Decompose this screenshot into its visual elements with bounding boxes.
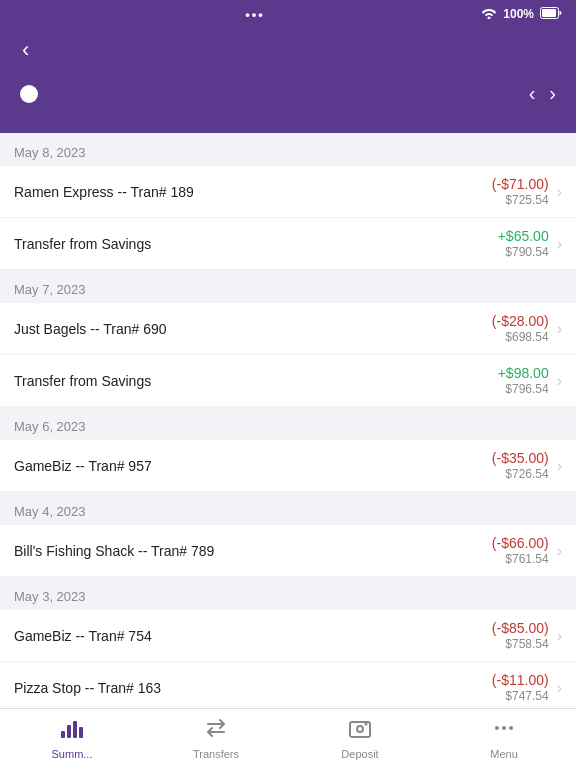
status-bar: ••• 100% [0, 0, 576, 28]
transaction-chevron-icon: › [557, 320, 562, 338]
transfers-icon [204, 717, 228, 745]
transaction-running-balance: $758.54 [505, 637, 548, 651]
transactions-list: May 8, 2023Ramen Express -- Tran# 189(-$… [0, 133, 576, 768]
date-header-4: May 3, 2023 [0, 577, 576, 610]
transaction-row[interactable]: Ramen Express -- Tran# 189(-$71.00)$725.… [0, 166, 576, 218]
date-group-2: May 6, 2023GameBiz -- Tran# 957(-$35.00)… [0, 407, 576, 492]
transaction-right: (-$85.00)$758.54 [492, 620, 549, 651]
menu-icon [492, 717, 516, 745]
account-next-button[interactable]: › [543, 82, 562, 105]
battery-icon [540, 7, 562, 22]
transaction-row[interactable]: Bill's Fishing Shack -- Tran# 789(-$66.0… [0, 525, 576, 577]
transaction-chevron-icon: › [557, 183, 562, 201]
account-header: ‹ › [0, 72, 576, 115]
date-header-0: May 8, 2023 [0, 133, 576, 166]
transaction-running-balance: $726.54 [505, 467, 548, 481]
svg-point-9 [495, 726, 499, 730]
transaction-running-balance: $796.54 [505, 382, 548, 396]
date-header-3: May 4, 2023 [0, 492, 576, 525]
transaction-right: +$65.00$790.54 [498, 228, 549, 259]
tab-label-deposit: Deposit [341, 748, 378, 760]
tab-label-transfers: Transfers [193, 748, 239, 760]
svg-point-7 [357, 726, 363, 732]
transaction-description: Transfer from Savings [14, 373, 498, 389]
transaction-right: (-$35.00)$726.54 [492, 450, 549, 481]
status-bar-left [14, 7, 29, 21]
transaction-description: Transfer from Savings [14, 236, 498, 252]
account-title [14, 85, 38, 103]
transaction-amount: (-$35.00) [492, 450, 549, 466]
transaction-description: GameBiz -- Tran# 754 [14, 628, 492, 644]
date-header-2: May 6, 2023 [0, 407, 576, 440]
svg-rect-1 [542, 9, 556, 17]
transaction-amount: (-$66.00) [492, 535, 549, 551]
summary-icon [60, 717, 84, 745]
date-group-1: May 7, 2023Just Bagels -- Tran# 690(-$28… [0, 270, 576, 407]
transaction-running-balance: $747.54 [505, 689, 548, 703]
transaction-chevron-icon: › [557, 372, 562, 390]
transaction-description: Just Bagels -- Tran# 690 [14, 321, 492, 337]
transaction-amount: +$98.00 [498, 365, 549, 381]
svg-point-11 [509, 726, 513, 730]
transaction-amount: +$65.00 [498, 228, 549, 244]
transaction-amount: (-$71.00) [492, 176, 549, 192]
tab-summary[interactable]: Summ... [0, 709, 144, 768]
deposit-icon [348, 717, 372, 745]
tab-label-summary: Summ... [52, 748, 93, 760]
transaction-running-balance: $790.54 [505, 245, 548, 259]
account-nav: ‹ › [523, 82, 562, 105]
account-badge [20, 85, 38, 103]
svg-rect-3 [67, 725, 71, 738]
date-group-0: May 8, 2023Ramen Express -- Tran# 189(-$… [0, 133, 576, 270]
transaction-right: (-$28.00)$698.54 [492, 313, 549, 344]
transaction-description: Ramen Express -- Tran# 189 [14, 184, 492, 200]
transaction-row[interactable]: Transfer from Savings+$65.00$790.54› [0, 218, 576, 270]
transaction-amount: (-$11.00) [492, 672, 549, 688]
transaction-row[interactable]: GameBiz -- Tran# 754(-$85.00)$758.54› [0, 610, 576, 662]
tab-bar: Summ...TransfersDepositMenu [0, 708, 576, 768]
battery-percent: 100% [503, 7, 534, 21]
transaction-chevron-icon: › [557, 457, 562, 475]
date-header-1: May 7, 2023 [0, 270, 576, 303]
transaction-amount: (-$85.00) [492, 620, 549, 636]
tab-menu[interactable]: Menu [432, 709, 576, 768]
account-prev-button[interactable]: ‹ [523, 82, 542, 105]
svg-rect-5 [79, 727, 83, 738]
transaction-chevron-icon: › [557, 542, 562, 560]
balance-section [0, 115, 576, 133]
transaction-chevron-icon: › [557, 679, 562, 697]
back-button[interactable]: ‹ [14, 37, 37, 63]
nav-bar: ‹ [0, 28, 576, 72]
transaction-row[interactable]: Pizza Stop -- Tran# 163(-$11.00)$747.54› [0, 662, 576, 714]
transaction-right: (-$11.00)$747.54 [492, 672, 549, 703]
transaction-chevron-icon: › [557, 235, 562, 253]
transaction-row[interactable]: Just Bagels -- Tran# 690(-$28.00)$698.54… [0, 303, 576, 355]
transaction-description: Bill's Fishing Shack -- Tran# 789 [14, 543, 492, 559]
svg-point-8 [365, 723, 368, 726]
transaction-description: GameBiz -- Tran# 957 [14, 458, 492, 474]
status-bar-right: 100% [481, 7, 562, 22]
tab-label-menu: Menu [490, 748, 518, 760]
transaction-running-balance: $725.54 [505, 193, 548, 207]
transaction-running-balance: $761.54 [505, 552, 548, 566]
svg-rect-4 [73, 721, 77, 738]
transaction-amount: (-$28.00) [492, 313, 549, 329]
status-dots: ••• [245, 7, 265, 22]
transaction-chevron-icon: › [557, 627, 562, 645]
transaction-right: (-$66.00)$761.54 [492, 535, 549, 566]
transaction-row[interactable]: GameBiz -- Tran# 957(-$35.00)$726.54› [0, 440, 576, 492]
svg-rect-2 [61, 731, 65, 738]
transaction-description: Pizza Stop -- Tran# 163 [14, 680, 492, 696]
transaction-row[interactable]: Transfer from Savings+$98.00$796.54› [0, 355, 576, 407]
transaction-right: (-$71.00)$725.54 [492, 176, 549, 207]
date-group-3: May 4, 2023Bill's Fishing Shack -- Tran#… [0, 492, 576, 577]
transaction-running-balance: $698.54 [505, 330, 548, 344]
transaction-right: +$98.00$796.54 [498, 365, 549, 396]
tab-transfers[interactable]: Transfers [144, 709, 288, 768]
tab-deposit[interactable]: Deposit [288, 709, 432, 768]
svg-point-10 [502, 726, 506, 730]
wifi-icon [481, 7, 497, 22]
